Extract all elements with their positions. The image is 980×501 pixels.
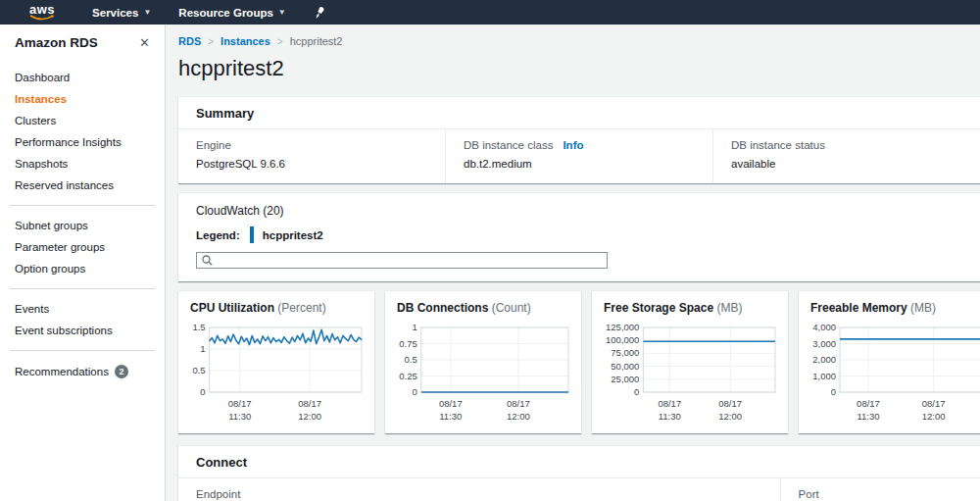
svg-text:12:00: 12:00 [298,411,321,422]
chart-plot-freeable-memory: 01,0002,0003,0004,00008/1711:3008/1712:0… [807,321,980,425]
sidebar-item-performance-insights[interactable]: Performance Insights [0,131,165,153]
sidebar-item-parameter-groups[interactable]: Parameter groups [0,236,165,258]
sidebar-item-recommendations[interactable]: Recommendations2 [0,360,165,383]
chevron-down-icon: ▼ [143,8,151,17]
chart-title: Free Storage Space (MB) [600,301,780,315]
breadcrumb: RDS>Instances>hcppritest2 [178,35,980,47]
field-value: db.t2.medium [464,158,695,170]
top-navigation-bar: aws Services ▼ Resource Groups ▼ [0,0,980,25]
svg-text:0: 0 [831,386,836,397]
svg-text:0.75: 0.75 [399,338,417,349]
svg-text:08/17: 08/17 [718,398,742,409]
svg-text:12:00: 12:00 [922,411,946,422]
close-icon[interactable]: ✕ [139,36,150,49]
svg-text:0.5: 0.5 [405,354,417,365]
cloudwatch-count: (20) [263,204,283,218]
svg-text:0: 0 [634,386,639,397]
legend-color-swatch [250,226,254,243]
chart-plot-db-connections: 00.250.50.75108/1711:3008/1712:00 [393,321,573,425]
sidebar-item-events[interactable]: Events [0,298,165,320]
svg-text:75,000: 75,000 [611,347,639,358]
sidebar-item-label: Snapshots [15,158,68,170]
svg-text:11:30: 11:30 [228,411,251,422]
svg-text:0: 0 [200,386,205,397]
sidebar-item-option-groups[interactable]: Option groups [0,258,165,279]
sidebar-item-label: Performance Insights [15,136,122,148]
chart-title: DB Connections (Count) [393,301,573,315]
svg-text:11:30: 11:30 [439,411,462,422]
sidebar-divider [10,350,155,351]
field-db-instance-status: DB instance statusavailable [713,129,980,183]
main-content: RDS>Instances>hcppritest2 hcppritest2 Su… [166,25,980,501]
breadcrumb-item-instances[interactable]: Instances [220,35,270,47]
legend-instance-name: hcppritest2 [263,229,323,241]
connect-card: Connect Endpointhcppritest2.cqjjbn3nh1yi… [178,445,980,501]
svg-text:08/17: 08/17 [298,398,321,409]
services-menu-label: Services [92,7,138,19]
field-db-instance-class: DB instance classInfodb.t2.medium [446,129,713,183]
svg-text:3,000: 3,000 [812,338,836,349]
svg-text:4,000: 4,000 [812,322,836,332]
svg-text:1: 1 [413,322,417,332]
svg-text:25,000: 25,000 [611,374,639,384]
sidebar-item-dashboard[interactable]: Dashboard [0,67,165,88]
cloudwatch-header: CloudWatch [196,204,260,218]
field-label: Endpoint [196,488,240,500]
services-menu[interactable]: Services ▼ [92,7,151,19]
svg-text:1,000: 1,000 [812,371,836,381]
svg-text:08/17: 08/17 [857,398,880,409]
sidebar-item-label: Instances [15,93,67,105]
pushpin-icon[interactable] [314,6,325,20]
sidebar-item-label: Dashboard [15,72,70,83]
breadcrumb-item-hcppritest2: hcppritest2 [290,35,343,47]
svg-text:08/17: 08/17 [507,398,530,409]
svg-text:0.5: 0.5 [192,365,205,376]
breadcrumb-separator-icon: > [277,36,283,47]
sidebar-item-label: Subnet groups [15,220,88,231]
recommendations-count-badge: 2 [115,365,128,378]
chart-plot-cpu-utilization: 00.511.508/1711:3008/1712:00 [186,321,367,425]
field-label: DB instance class [464,139,553,151]
field-label: DB instance status [731,139,825,151]
svg-text:12:00: 12:00 [718,411,742,422]
sidebar-item-label: Parameter groups [15,241,105,253]
sidebar-item-label: Option groups [15,263,85,275]
chart-card-free-storage-space[interactable]: Free Storage Space (MB)025,00050,00075,0… [592,290,788,433]
chart-card-db-connections[interactable]: DB Connections (Count)00.250.50.75108/17… [385,290,581,433]
breadcrumb-item-rds[interactable]: RDS [178,35,201,47]
sidebar-item-instances[interactable]: Instances [0,88,165,110]
svg-text:2,000: 2,000 [812,354,836,365]
chart-card-freeable-memory[interactable]: Freeable Memory (MB)01,0002,0003,0004,00… [799,290,980,433]
svg-text:1: 1 [200,343,205,354]
field-label: Port [799,488,819,500]
sidebar-item-label: Event subscriptions [15,325,113,336]
field-label: Engine [196,139,231,151]
chart-card-cpu-utilization[interactable]: CPU Utilization (Percent)00.511.508/1711… [178,290,374,433]
svg-text:11:30: 11:30 [857,411,879,422]
sidebar-item-label: Recommendations [15,366,109,377]
svg-text:50,000: 50,000 [611,361,639,372]
info-link[interactable]: Info [563,139,583,151]
field-engine: EnginePostgreSQL 9.6.6 [178,129,446,183]
aws-logo[interactable]: aws [29,4,55,21]
breadcrumb-separator-icon: > [208,36,214,47]
sidebar-item-clusters[interactable]: Clusters [0,110,165,131]
metric-search-input[interactable] [213,254,602,267]
page-title: hcppritest2 [178,56,980,81]
svg-text:12:00: 12:00 [507,411,530,422]
svg-text:08/17: 08/17 [439,398,463,409]
summary-header: Summary [196,106,254,121]
metric-search-box[interactable] [196,252,608,269]
sidebar-item-snapshots[interactable]: Snapshots [0,153,165,175]
svg-text:11:30: 11:30 [659,411,681,422]
cloudwatch-card: CloudWatch (20) Legend: hcppritest2 [178,192,980,281]
sidebar-item-subnet-groups[interactable]: Subnet groups [0,215,165,236]
svg-text:125,000: 125,000 [606,322,639,332]
sidebar-item-event-subscriptions[interactable]: Event subscriptions [0,320,165,341]
resource-groups-menu[interactable]: Resource Groups ▼ [178,7,285,19]
sidebar-divider [10,288,155,289]
summary-card: Summary EnginePostgreSQL 9.6.6DB instanc… [178,96,980,183]
sidebar-item-reserved-instances[interactable]: Reserved instances [0,175,165,196]
sidebar-title: Amazon RDS [15,35,98,50]
connect-header: Connect [196,455,247,470]
